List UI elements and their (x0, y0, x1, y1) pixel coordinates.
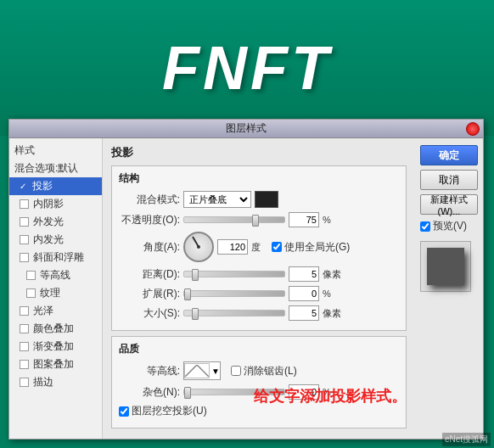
noise-row: 杂色(N): % (119, 384, 399, 400)
dialog-title: 图层样式 (226, 121, 267, 136)
anti-alias-checkbox[interactable] (231, 366, 241, 376)
right-panel: 确定 取消 新建样式(W)... 预览(V) (415, 138, 483, 439)
opacity-unit: % (323, 215, 340, 225)
checkbox-stroke[interactable] (20, 378, 29, 387)
main-content: 投影 结构 混合模式: 正片叠底 不透明度(O): (103, 138, 415, 439)
knockout-label[interactable]: 图层挖空投影(U) (119, 404, 207, 418)
opacity-thumb[interactable] (252, 215, 259, 227)
checkbox-inner-glow[interactable] (20, 235, 29, 244)
section-title: 投影 (111, 145, 407, 160)
angle-dial[interactable] (183, 232, 214, 262)
size-label: 大小(S): (119, 306, 180, 321)
watermark: eNet搜弧网 (442, 433, 491, 446)
distance-input[interactable] (289, 266, 319, 282)
contour-select[interactable]: ▼ (183, 361, 221, 380)
sidebar-item-outer-glow[interactable]: 外发光 (9, 213, 102, 231)
checkbox-satin[interactable] (20, 306, 29, 316)
angle-unit: 度 (251, 241, 268, 254)
sidebar: 样式 混合选项:默认 ✓ 投影 内阴影 外发光 内发光 斜面和浮雕 (9, 138, 103, 439)
opacity-label: 不透明度(O): (119, 213, 180, 227)
shadow-color-swatch[interactable] (255, 191, 278, 208)
distance-thumb[interactable] (192, 269, 199, 281)
sidebar-item-stroke[interactable]: 描边 (9, 373, 102, 391)
structure-section: 结构 混合模式: 正片叠底 不透明度(O): % (111, 165, 407, 331)
close-button[interactable] (466, 122, 480, 136)
spread-thumb[interactable] (184, 288, 191, 300)
sidebar-item-gradient-overlay[interactable]: 渐变叠加 (9, 338, 102, 356)
preview-checkbox[interactable] (420, 221, 430, 232)
quality-title: 品质 (119, 342, 399, 356)
preview-thumbnail (420, 241, 471, 292)
sidebar-item-inner-shadow[interactable]: 内阴影 (9, 195, 102, 213)
noise-thumb[interactable] (184, 387, 191, 399)
use-global-light-checkbox[interactable] (272, 242, 282, 252)
sidebar-blend-options[interactable]: 混合选项:默认 (9, 160, 102, 177)
opacity-slider[interactable] (183, 216, 285, 223)
size-slider[interactable] (183, 310, 285, 316)
noise-label: 杂色(N): (119, 385, 180, 400)
angle-indicator (192, 236, 199, 247)
logo-text: FNFT (162, 33, 332, 103)
sidebar-item-drop-shadow[interactable]: ✓ 投影 (9, 177, 102, 195)
angle-input[interactable] (217, 239, 248, 255)
checkbox-bevel[interactable] (20, 253, 29, 262)
sidebar-item-satin[interactable]: 光泽 (9, 302, 102, 320)
sidebar-item-label: 颜色叠加 (33, 322, 74, 336)
size-row: 大小(S): 像素 (119, 305, 399, 321)
size-thumb[interactable] (192, 308, 199, 320)
knockout-row: 图层挖空投影(U) (119, 404, 399, 418)
spread-slider[interactable] (183, 290, 285, 297)
checkbox-gradient-overlay[interactable] (20, 342, 29, 351)
dialog-body: 样式 混合选项:默认 ✓ 投影 内阴影 外发光 内发光 斜面和浮雕 (9, 138, 483, 439)
preview-inner-box (427, 248, 464, 285)
distance-row: 距离(D): 像素 (119, 266, 399, 282)
contour-row: 等高线: ▼ 消除锯齿(L) (119, 361, 399, 380)
quality-section: 品质 等高线: ▼ 消除锯齿(L) (111, 336, 407, 428)
sidebar-item-bevel-emboss[interactable]: 斜面和浮雕 (9, 249, 102, 266)
preview-label[interactable]: 预览(V) (420, 219, 478, 233)
noise-input[interactable] (289, 384, 319, 400)
sidebar-styles-header: 样式 (9, 142, 102, 160)
angle-label: 角度(A): (119, 240, 180, 255)
sidebar-item-texture[interactable]: 纹理 (9, 284, 102, 302)
sidebar-item-color-overlay[interactable]: 颜色叠加 (9, 320, 102, 338)
noise-unit: % (323, 387, 340, 397)
sidebar-item-label: 外发光 (33, 215, 64, 229)
opacity-input[interactable] (289, 212, 319, 227)
checkbox-color-overlay[interactable] (20, 324, 29, 333)
size-unit: 像素 (323, 307, 341, 320)
structure-title: 结构 (119, 171, 399, 186)
blend-mode-label: 混合模式: (119, 193, 180, 207)
contour-label: 等高线: (119, 364, 180, 378)
checkbox-outer-glow[interactable] (20, 217, 29, 227)
knockout-checkbox[interactable] (119, 406, 129, 417)
ok-button[interactable]: 确定 (420, 145, 478, 165)
sidebar-item-label: 描边 (33, 375, 53, 389)
checkbox-texture[interactable] (26, 288, 36, 298)
blend-mode-row: 混合模式: 正片叠底 (119, 191, 399, 208)
layer-style-dialog: 图层样式 样式 混合选项:默认 ✓ 投影 内阴影 外发光 内发光 (8, 119, 484, 440)
sidebar-item-pattern-overlay[interactable]: 图案叠加 (9, 356, 102, 373)
spread-label: 扩展(R): (119, 287, 180, 301)
sidebar-item-label: 内发光 (33, 232, 64, 247)
blend-mode-select[interactable]: 正片叠底 (183, 191, 251, 208)
size-input[interactable] (289, 305, 319, 321)
spread-row: 扩展(R): % (119, 286, 399, 301)
contour-svg (185, 365, 209, 377)
anti-alias-label[interactable]: 消除锯齿(L) (231, 364, 297, 378)
sidebar-item-inner-glow[interactable]: 内发光 (9, 231, 102, 249)
cancel-button[interactable]: 取消 (420, 170, 478, 190)
distance-label: 距离(D): (119, 267, 180, 282)
checkbox-contour[interactable] (26, 271, 36, 280)
sidebar-item-label: 光泽 (33, 304, 53, 318)
sidebar-item-contour[interactable]: 等高线 (9, 266, 102, 284)
spread-input[interactable] (289, 286, 319, 301)
spread-unit: % (323, 288, 340, 299)
distance-slider[interactable] (183, 271, 285, 277)
new-style-button[interactable]: 新建样式(W)... (420, 194, 478, 215)
contour-dropdown-arrow: ▼ (211, 367, 220, 376)
checkbox-inner-shadow[interactable] (20, 199, 29, 209)
checkbox-pattern-overlay[interactable] (20, 360, 29, 369)
use-global-light-label[interactable]: 使用全局光(G) (272, 240, 350, 255)
noise-slider[interactable] (183, 389, 285, 395)
